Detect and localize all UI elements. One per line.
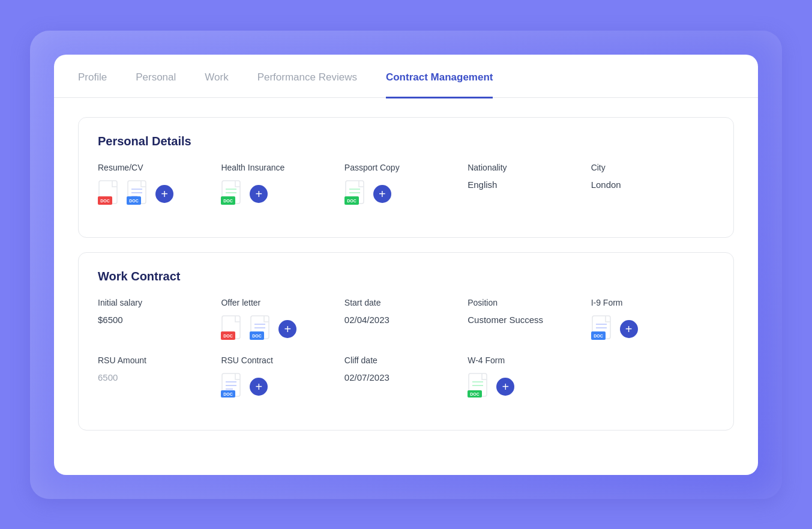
city-value: London bbox=[591, 180, 714, 190]
svg-text:DOC: DOC bbox=[129, 199, 139, 203]
work-contract-row1: Initial salary $6500 Offer letter DOC bbox=[98, 298, 714, 343]
empty-col bbox=[591, 355, 714, 401]
page-content: Personal Details Resume/CV DOC bbox=[54, 98, 758, 450]
position-label: Position bbox=[468, 298, 591, 307]
rsu-amount-label: RSU Amount bbox=[98, 355, 221, 365]
health-insurance-col: Health Insurance DOC + bbox=[221, 163, 344, 208]
svg-text:DOC: DOC bbox=[224, 334, 233, 338]
doc-icon-green-1: DOC bbox=[221, 180, 245, 208]
resume-cv-add-button[interactable]: + bbox=[155, 185, 173, 203]
w4-form-label: W-4 Form bbox=[468, 355, 591, 365]
health-insurance-docs: DOC + bbox=[221, 180, 344, 208]
offer-letter-docs: DOC DOC + bbox=[221, 315, 344, 343]
offer-letter-add-button[interactable]: + bbox=[278, 320, 296, 338]
city-label: City bbox=[591, 163, 714, 172]
doc-icon-red: DOC bbox=[98, 180, 122, 208]
personal-details-labels-row: Resume/CV DOC bbox=[98, 163, 714, 208]
svg-text:DOC: DOC bbox=[470, 392, 480, 396]
passport-copy-col: Passport Copy DOC + bbox=[344, 163, 468, 208]
cliff-date-value: 02/07/2023 bbox=[344, 372, 468, 382]
position-value: Customer Success bbox=[468, 315, 591, 325]
cliff-date-label: Cliff date bbox=[344, 355, 468, 365]
w4-form-col: W-4 Form DOC + bbox=[468, 355, 591, 401]
i9-form-col: I-9 Form DOC + bbox=[591, 298, 714, 343]
nationality-label: Nationality bbox=[468, 163, 591, 172]
resume-cv-label: Resume/CV bbox=[98, 163, 221, 172]
i9-form-doc: DOC bbox=[591, 315, 615, 343]
rsu-amount-value: 6500 bbox=[98, 372, 221, 382]
svg-text:DOC: DOC bbox=[347, 199, 356, 203]
w4-form-doc: DOC bbox=[468, 372, 492, 401]
rsu-contract-col: RSU Contract DOC + bbox=[221, 355, 344, 401]
personal-details-section: Personal Details Resume/CV DOC bbox=[78, 117, 734, 238]
start-date-value: 02/04/2023 bbox=[344, 315, 468, 325]
passport-copy-add-button[interactable]: + bbox=[373, 185, 391, 203]
nationality-value: English bbox=[468, 180, 591, 190]
i9-form-docs: DOC + bbox=[591, 315, 714, 343]
nationality-col: Nationality English bbox=[468, 163, 591, 208]
rsu-contract-doc: DOC bbox=[221, 372, 245, 401]
w4-form-add-button[interactable]: + bbox=[496, 378, 514, 396]
doc-icon-green-2: DOC bbox=[344, 180, 368, 208]
svg-text:DOC: DOC bbox=[594, 334, 603, 338]
tabs-nav: Profile Personal Work Performance Review… bbox=[54, 55, 758, 98]
offer-letter-col: Offer letter DOC bbox=[221, 298, 344, 343]
initial-salary-col: Initial salary $6500 bbox=[98, 298, 221, 343]
i9-form-label: I-9 Form bbox=[591, 298, 714, 307]
offer-letter-doc-red: DOC bbox=[221, 315, 245, 343]
work-contract-row2: RSU Amount 6500 RSU Contract bbox=[98, 355, 714, 401]
svg-text:DOC: DOC bbox=[253, 334, 262, 338]
work-contract-title: Work Contract bbox=[98, 270, 714, 283]
personal-details-title: Personal Details bbox=[98, 135, 714, 148]
passport-copy-docs: DOC + bbox=[344, 180, 468, 208]
tab-contract-management[interactable]: Contract Management bbox=[386, 55, 493, 98]
rsu-amount-col: RSU Amount 6500 bbox=[98, 355, 221, 401]
i9-form-add-button[interactable]: + bbox=[620, 320, 638, 338]
doc-icon-blue: DOC bbox=[127, 180, 151, 208]
work-contract-section: Work Contract Initial salary $6500 Offer… bbox=[78, 252, 734, 431]
tab-work[interactable]: Work bbox=[205, 55, 228, 98]
tab-performance-reviews[interactable]: Performance Reviews bbox=[257, 55, 357, 98]
tab-personal[interactable]: Personal bbox=[136, 55, 176, 98]
city-col: City London bbox=[591, 163, 714, 208]
svg-text:DOC: DOC bbox=[100, 199, 110, 203]
outer-background: Profile Personal Work Performance Review… bbox=[30, 31, 782, 499]
rsu-contract-add-button[interactable]: + bbox=[250, 378, 268, 396]
position-col: Position Customer Success bbox=[468, 298, 591, 343]
health-insurance-add-button[interactable]: + bbox=[250, 185, 268, 203]
passport-copy-label: Passport Copy bbox=[344, 163, 468, 172]
main-card: Profile Personal Work Performance Review… bbox=[54, 55, 758, 475]
offer-letter-label: Offer letter bbox=[221, 298, 344, 307]
rsu-contract-docs: DOC + bbox=[221, 372, 344, 401]
start-date-col: Start date 02/04/2023 bbox=[344, 298, 468, 343]
tab-profile[interactable]: Profile bbox=[78, 55, 107, 98]
cliff-date-col: Cliff date 02/07/2023 bbox=[344, 355, 468, 401]
health-insurance-label: Health Insurance bbox=[221, 163, 344, 172]
initial-salary-value: $6500 bbox=[98, 315, 221, 325]
svg-text:DOC: DOC bbox=[224, 199, 233, 203]
rsu-contract-label: RSU Contract bbox=[221, 355, 344, 365]
svg-text:DOC: DOC bbox=[224, 392, 233, 396]
w4-form-docs: DOC + bbox=[468, 372, 591, 401]
resume-cv-docs: DOC DOC bbox=[98, 180, 221, 208]
start-date-label: Start date bbox=[344, 298, 468, 307]
resume-cv-col: Resume/CV DOC bbox=[98, 163, 221, 208]
initial-salary-label: Initial salary bbox=[98, 298, 221, 307]
offer-letter-doc-blue: DOC bbox=[250, 315, 274, 343]
